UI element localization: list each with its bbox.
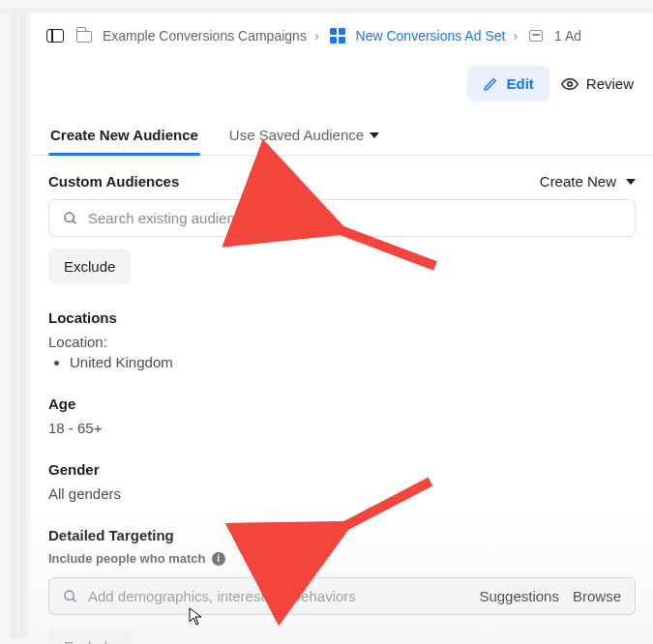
create-new-dropdown[interactable]: Create New [540, 173, 636, 190]
chevron-down-icon [626, 179, 636, 185]
svg-point-3 [65, 591, 74, 600]
tab-label: Create New Audience [50, 127, 198, 143]
exclude-button[interactable]: Exclude [48, 249, 131, 284]
locations-list: United Kingdom [48, 354, 636, 370]
gender-block: Gender All genders [48, 461, 636, 502]
svg-line-4 [73, 599, 75, 601]
chevron-down-icon [370, 132, 379, 138]
edit-button[interactable]: Edit [467, 66, 549, 102]
svg-point-0 [568, 81, 573, 86]
custom-audience-search-input[interactable] [88, 210, 621, 226]
age-title: Age [48, 395, 636, 412]
gender-value: All genders [48, 485, 636, 502]
tab-use-saved-audience[interactable]: Use Saved Audience [227, 119, 381, 155]
detailed-targeting-title: Detailed Targeting [48, 527, 636, 543]
detailed-targeting-actions: Suggestions Browse [479, 588, 621, 604]
ads-icon [525, 25, 547, 46]
chevron-right-icon: › [513, 28, 518, 44]
breadcrumb: Example Conversions Campaigns › New Conv… [31, 14, 653, 60]
tab-create-new-audience[interactable]: Create New Audience [48, 119, 200, 155]
list-item: United Kingdom [70, 354, 636, 370]
panel-toggle-icon[interactable] [45, 25, 66, 46]
page-container: Example Conversions Campaigns › New Conv… [31, 14, 653, 644]
svg-point-1 [65, 213, 74, 221]
detailed-targeting-subnote: Include people who match i [48, 551, 636, 566]
content-area: Custom Audiences Create New Exclude Loca… [31, 156, 653, 644]
age-block: Age 18 - 65+ [48, 395, 636, 436]
detailed-targeting-input[interactable] [88, 588, 469, 604]
breadcrumb-ads[interactable]: 1 Ad [554, 28, 581, 44]
left-gutter-strip [10, 10, 17, 638]
actions-row: Edit Review [31, 60, 653, 119]
review-button-label: Review [586, 75, 634, 92]
svg-line-2 [73, 220, 75, 223]
chevron-right-icon: › [314, 28, 319, 44]
create-new-label: Create New [540, 173, 616, 190]
adset-grid-icon [327, 25, 348, 46]
locations-label: Location: [48, 334, 636, 350]
custom-audiences-title: Custom Audiences [48, 173, 179, 190]
custom-audience-search[interactable] [48, 199, 636, 237]
locations-title: Locations [48, 309, 636, 326]
folder-icon [74, 25, 95, 46]
tab-label: Use Saved Audience [229, 127, 364, 143]
review-button[interactable]: Review [561, 75, 634, 93]
audience-tabs: Create New Audience Use Saved Audience [31, 119, 653, 156]
subnote-text: Include people who match [48, 551, 206, 566]
info-icon[interactable]: i [212, 552, 225, 566]
edit-button-label: Edit [506, 75, 533, 92]
mouse-cursor-icon [189, 607, 202, 627]
detailed-targeting-search[interactable]: Suggestions Browse [48, 577, 636, 615]
exclude-targeting-button[interactable]: Exclude [48, 629, 131, 644]
left-gutter-strip-2 [19, 10, 27, 638]
pencil-icon [483, 76, 498, 92]
breadcrumb-adset[interactable]: New Conversions Ad Set [356, 28, 506, 44]
search-icon [63, 589, 78, 604]
eye-icon [561, 75, 579, 93]
search-icon [63, 211, 78, 226]
suggestions-button[interactable]: Suggestions [479, 588, 559, 604]
detailed-targeting-block: Detailed Targeting Include people who ma… [48, 527, 636, 644]
gender-title: Gender [48, 461, 636, 478]
age-value: 18 - 65+ [48, 420, 636, 436]
browse-button[interactable]: Browse [573, 588, 621, 604]
breadcrumb-campaign[interactable]: Example Conversions Campaigns [103, 28, 307, 44]
custom-audiences-header: Custom Audiences Create New [48, 173, 636, 190]
locations-block: Locations Location: United Kingdom [48, 309, 636, 370]
